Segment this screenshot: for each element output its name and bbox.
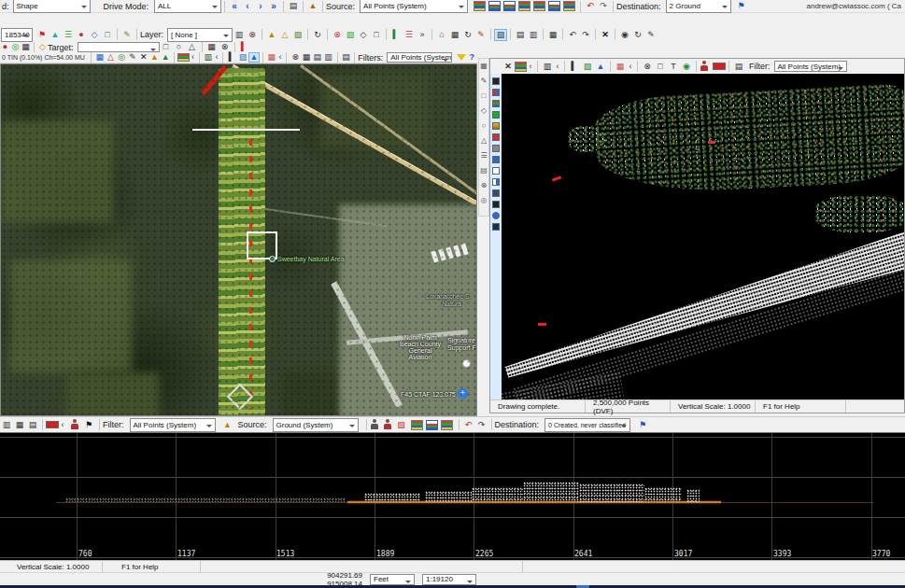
breakline-icon[interactable]: ✎ bbox=[127, 52, 138, 63]
merge-icon[interactable]: ▧ bbox=[291, 29, 304, 41]
more-icon[interactable]: » bbox=[416, 29, 429, 41]
sync-icon-1[interactable]: ◉ bbox=[618, 29, 631, 41]
profile-filter-select[interactable]: All Points (System) bbox=[130, 418, 216, 432]
export-icon[interactable]: △ bbox=[278, 29, 291, 41]
select-tool-icon[interactable]: ▦ bbox=[479, 59, 488, 74]
side-icon-nav[interactable] bbox=[492, 223, 500, 231]
frame-icon[interactable]: □ bbox=[654, 61, 667, 73]
side-icon-red[interactable] bbox=[492, 133, 500, 141]
rotate-icon[interactable]: ↻ bbox=[311, 29, 324, 41]
filter-funnel-icon[interactable] bbox=[457, 54, 466, 61]
layout-icon-2[interactable]: ▥ bbox=[527, 29, 540, 41]
classify-person-icon-2[interactable] bbox=[383, 419, 392, 430]
classify-tool-icon-7[interactable] bbox=[563, 1, 575, 11]
clip-tool-icon-2[interactable]: ▧ bbox=[344, 29, 357, 41]
station-select[interactable]: 185340 bbox=[1, 28, 33, 42]
profile-class-icon-3[interactable] bbox=[441, 420, 453, 430]
layout-icon-1[interactable]: ▤ bbox=[514, 29, 527, 41]
layer-select[interactable]: [ None ] bbox=[167, 28, 233, 42]
sync-icon-2[interactable]: ↻ bbox=[631, 29, 644, 41]
nav-last-icon[interactable]: » bbox=[267, 0, 280, 12]
tri-tool-icon[interactable]: △ bbox=[479, 133, 488, 148]
window-icon[interactable]: ▦ bbox=[546, 29, 559, 41]
undo2-icon[interactable]: ↶ bbox=[566, 29, 579, 41]
side-icon-blue[interactable] bbox=[492, 156, 500, 163]
profile-tool-icon[interactable]: ▲ bbox=[306, 0, 319, 12]
classify-brush-icon[interactable]: ▧ bbox=[395, 419, 408, 431]
walk-mode-icon[interactable] bbox=[700, 61, 709, 72]
display-by-class-icon[interactable] bbox=[177, 53, 190, 62]
classify-tool-icon-4[interactable] bbox=[518, 1, 530, 11]
section-bar-icon[interactable] bbox=[46, 421, 59, 428]
help-icon[interactable]: ? bbox=[466, 52, 477, 63]
shape-rect-icon[interactable]: □ bbox=[160, 43, 173, 52]
flag-red-icon[interactable]: ⚑ bbox=[35, 29, 49, 41]
bucket-icon-1[interactable]: ▲ bbox=[149, 52, 161, 63]
refresh-icon[interactable]: ↻ bbox=[461, 29, 474, 41]
classify-tool-icon-5[interactable] bbox=[533, 1, 545, 11]
nav-first-icon[interactable]: « bbox=[228, 0, 241, 12]
redo-icon[interactable]: ↷ bbox=[597, 0, 610, 12]
map-scale-select[interactable]: 1:19120 bbox=[422, 574, 476, 585]
side-icon-orange[interactable] bbox=[492, 122, 500, 130]
undo-icon[interactable]: ↶ bbox=[584, 0, 597, 12]
close-panel-icon[interactable]: ✕ bbox=[502, 61, 515, 73]
profile-flag-icon[interactable]: ⚑ bbox=[636, 419, 649, 431]
home-icon[interactable]: ⌂ bbox=[435, 29, 448, 41]
side-icon-flag[interactable] bbox=[492, 89, 500, 96]
sync-icon-3[interactable]: ✎ bbox=[644, 29, 658, 41]
import-icon[interactable]: ▲ bbox=[265, 29, 278, 41]
table-view-icon[interactable]: ▤ bbox=[287, 0, 300, 12]
profile-window-icon[interactable]: ▥ bbox=[0, 419, 13, 431]
contour-icon[interactable]: ◎ bbox=[116, 52, 127, 63]
brush-tool-icon[interactable]: ✎ bbox=[120, 29, 134, 41]
flag-icon[interactable]: ⚑ bbox=[735, 0, 748, 12]
grid-dd-icon[interactable]: ‹ bbox=[277, 52, 284, 63]
classify-tool-icon-2[interactable] bbox=[488, 1, 501, 11]
classify-tool-icon-1[interactable] bbox=[474, 1, 486, 11]
classify-person-icon-1[interactable] bbox=[370, 419, 379, 430]
classify-tool-icon-6[interactable] bbox=[548, 1, 560, 11]
copy-profile-icon[interactable]: ▤ bbox=[26, 419, 39, 431]
table-icon-4[interactable]: ▥ bbox=[323, 52, 334, 63]
profile-class-icon-2[interactable] bbox=[426, 420, 438, 430]
drive-mode-select[interactable]: ALL bbox=[154, 0, 221, 13]
background-icon[interactable]: ▥ bbox=[541, 61, 554, 73]
classify-tool-icon-3[interactable] bbox=[503, 1, 516, 11]
fit-extent-icon[interactable]: ▦ bbox=[13, 419, 26, 431]
reverse-tool-icon[interactable]: ▲ bbox=[49, 29, 62, 41]
clip-tool-icon-4[interactable]: □ bbox=[370, 29, 383, 41]
side-icon-split[interactable] bbox=[492, 178, 500, 186]
3d-mode-icon[interactable]: ▧ bbox=[581, 61, 594, 73]
intensity-icon[interactable]: ▍ bbox=[226, 52, 237, 63]
grid-red-icon[interactable]: ▦ bbox=[266, 52, 277, 63]
grid3d-dd-icon[interactable]: ‹ bbox=[627, 61, 634, 73]
profile-source-select[interactable]: Ground (System) bbox=[273, 418, 359, 432]
sort-icon[interactable]: ▍ bbox=[389, 29, 403, 41]
rows-tool-icon[interactable]: ▤ bbox=[479, 163, 488, 178]
source-paint-icon[interactable]: ▲ bbox=[221, 419, 234, 431]
draw-tool-icon[interactable]: ✎ bbox=[479, 74, 488, 89]
clip-tool-icon-1[interactable]: ⊗ bbox=[331, 29, 344, 41]
side-icon-dark[interactable] bbox=[492, 77, 500, 85]
copy-3d-icon[interactable]: ▤ bbox=[732, 61, 745, 73]
profile-undo-icon[interactable]: ↶ bbox=[462, 419, 475, 431]
target-tool-icon[interactable]: ◎ bbox=[479, 193, 488, 208]
polygon-tool-icon[interactable]: □ bbox=[101, 29, 114, 41]
side-icon-dot[interactable] bbox=[492, 212, 500, 219]
display-elev-icon[interactable]: ▥ bbox=[203, 52, 214, 63]
table-icon-2[interactable]: ▦ bbox=[301, 52, 312, 63]
filter-3d-select[interactable]: All Points (System) bbox=[774, 61, 847, 72]
tin-grid-icon[interactable]: ▦ bbox=[94, 52, 106, 63]
destination-select[interactable]: 2 Ground bbox=[666, 0, 731, 13]
shape-poly-icon[interactable]: △ bbox=[186, 43, 199, 52]
align-tool-icon[interactable]: ☰ bbox=[62, 29, 75, 41]
checker-icon[interactable]: ⊗ bbox=[641, 61, 654, 73]
grid-3d-icon[interactable]: ▦ bbox=[614, 61, 627, 73]
globe-icon[interactable]: ◉ bbox=[680, 61, 693, 73]
profile-view[interactable]: 760 1137 1513 1889 2265 2641 3017 3393 3… bbox=[0, 432, 905, 560]
intensity-3d-icon[interactable]: ▍ bbox=[568, 61, 581, 73]
units-select[interactable]: Feet bbox=[370, 574, 415, 585]
side-icon-rainbow[interactable] bbox=[492, 100, 500, 107]
circle-tool-icon[interactable]: ○ bbox=[479, 119, 488, 133]
